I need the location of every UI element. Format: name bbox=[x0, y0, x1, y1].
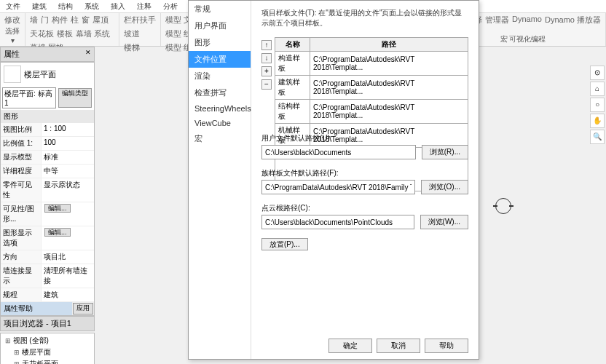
browser-header: 项目浏览器 - 项目1 bbox=[0, 316, 95, 331]
ribbon-item[interactable]: 构件 bbox=[52, 15, 68, 25]
property-key: 可见性/图形... bbox=[1, 202, 41, 226]
close-icon[interactable]: ✕ bbox=[85, 49, 91, 60]
ribbon-item[interactable]: 幕墙 系统 bbox=[76, 28, 110, 39]
property-row[interactable]: 详细程度中等 bbox=[1, 165, 94, 178]
path-label: 用户文件默认路径(U): bbox=[261, 133, 468, 143]
property-value[interactable]: 编辑... bbox=[41, 202, 94, 226]
property-value[interactable]: 显示原状态 bbox=[41, 178, 94, 202]
edit-type-button[interactable]: 编辑类型 bbox=[58, 88, 92, 108]
orbit-marker bbox=[495, 198, 511, 214]
type-label: 楼层平面 bbox=[24, 69, 56, 80]
table-order-button[interactable]: + bbox=[261, 66, 272, 76]
table-row[interactable]: 建筑样板C:\ProgramData\Autodesk\RVT 2018\Tem… bbox=[275, 76, 468, 100]
dialog-side-item[interactable]: ViewCube bbox=[189, 116, 251, 130]
ribbon-item[interactable]: 管理器 bbox=[485, 15, 509, 25]
property-row[interactable]: 显示模型标准 bbox=[1, 151, 94, 165]
property-row[interactable]: 图形显示选项编辑... bbox=[1, 226, 94, 250]
ribbon-item[interactable]: Dynamo bbox=[512, 15, 542, 25]
options-dialog: 常规用户界面图形文件位置渲染检查拼写SteeringWheelsViewCube… bbox=[188, 0, 479, 360]
dialog-side-item[interactable]: 检查拼写 bbox=[189, 84, 251, 101]
dialog-side-item[interactable]: 图形 bbox=[189, 34, 251, 51]
property-value[interactable]: 编辑... bbox=[41, 226, 94, 250]
property-key: 规程 bbox=[1, 288, 41, 301]
ribbon-item[interactable]: 坡道 bbox=[124, 28, 140, 39]
dialog-side-item[interactable]: 宏 bbox=[189, 130, 251, 147]
dialog-side-item[interactable]: 渲染 bbox=[189, 68, 251, 84]
property-value[interactable]: 100 bbox=[41, 137, 94, 150]
path-input[interactable] bbox=[261, 180, 415, 194]
tree-item[interactable]: 楼层平面 bbox=[2, 347, 93, 358]
browse-button[interactable]: 浏览(W)... bbox=[420, 215, 468, 229]
dialog-side-item[interactable]: 文件位置 bbox=[189, 51, 251, 68]
ribbon-item[interactable]: 楼板 bbox=[57, 28, 73, 39]
properties-title: 属性 bbox=[4, 49, 20, 60]
ribbon-item[interactable]: 天花板 bbox=[30, 28, 54, 39]
dialog-description: 项目样板文件(T): 在"最近使用的文件"页面上会以链接的形式显示前五个项目样板… bbox=[261, 8, 468, 28]
dialog-footer-button[interactable]: 确定 bbox=[328, 339, 372, 353]
dialog-footer-button[interactable]: 帮助 bbox=[425, 339, 468, 353]
view-controls: ⊙ ⌂ ○ ✋ 🔍 bbox=[590, 66, 605, 144]
place-button[interactable]: 放置(P)... bbox=[261, 238, 308, 250]
properties-header: 属性 ✕ bbox=[0, 47, 95, 62]
ribbon-item[interactable]: Dynamo 播放器 bbox=[545, 15, 601, 25]
dialog-footer-button[interactable]: 取消 bbox=[377, 339, 420, 353]
browse-button[interactable]: 浏览(O)... bbox=[421, 180, 468, 194]
ribbon-item[interactable]: 屋顶 bbox=[93, 15, 109, 25]
ribbon-tab[interactable]: 系统 bbox=[79, 0, 105, 12]
table-row[interactable]: 构造样板C:\ProgramData\Autodesk\RVT 2018\Tem… bbox=[275, 52, 468, 76]
property-key: 视图比例 bbox=[1, 123, 41, 136]
ribbon-item[interactable]: 楼梯 bbox=[124, 42, 140, 53]
ribbon-item[interactable]: 窗 bbox=[82, 15, 90, 25]
ribbon-item[interactable]: 栏杆扶手 bbox=[124, 15, 156, 25]
ribbon-tab[interactable]: 建筑 bbox=[26, 0, 52, 12]
browse-button[interactable]: 浏览(R)... bbox=[422, 145, 468, 159]
table-order-button[interactable]: − bbox=[261, 79, 272, 90]
dialog-side-item[interactable]: 用户界面 bbox=[189, 17, 251, 34]
ribbon-tab[interactable]: 分析 bbox=[157, 0, 184, 12]
tree-item[interactable]: 视图 (全部) bbox=[2, 335, 93, 347]
nav-icon[interactable]: ⌂ bbox=[590, 82, 605, 96]
properties-help[interactable]: 属性帮助 bbox=[1, 302, 72, 315]
property-value[interactable]: 1 : 100 bbox=[41, 123, 94, 136]
type-selector[interactable]: 楼层平面: 标高 1 bbox=[2, 87, 56, 108]
tree-item[interactable]: 天花板平面 bbox=[2, 358, 93, 364]
nav-icon[interactable]: ✋ bbox=[590, 114, 605, 128]
property-value[interactable]: 标准 bbox=[41, 151, 94, 164]
nav-icon[interactable]: ○ bbox=[590, 98, 605, 112]
property-row[interactable]: 规程建筑 bbox=[1, 288, 94, 302]
path-label: 族样板文件默认路径(F): bbox=[261, 168, 468, 178]
ribbon-tab[interactable]: 结构 bbox=[52, 0, 79, 12]
ribbon-item[interactable]: 门 bbox=[41, 15, 49, 25]
property-row[interactable]: 视图比例1 : 100 bbox=[1, 123, 94, 137]
property-value[interactable]: 清理所有墙连接 bbox=[41, 264, 94, 288]
table-row[interactable]: 结构样板C:\ProgramData\Autodesk\RVT 2018\Tem… bbox=[275, 100, 468, 124]
property-row[interactable]: 墙连接显示清理所有墙连接 bbox=[1, 264, 94, 288]
apply-button[interactable]: 应用 bbox=[73, 303, 93, 314]
table-order-button[interactable]: ↓ bbox=[261, 53, 272, 63]
dialog-side-item[interactable]: SteeringWheels bbox=[189, 101, 251, 116]
property-key: 零件可见性 bbox=[1, 178, 41, 202]
property-key: 详细程度 bbox=[1, 165, 41, 178]
ribbon-tab[interactable]: 注释 bbox=[131, 0, 157, 12]
property-value[interactable]: 项目北 bbox=[41, 250, 94, 264]
ribbon-tab[interactable]: 文件 bbox=[0, 0, 26, 12]
edit-button[interactable]: 编辑... bbox=[44, 228, 71, 237]
ribbon-item[interactable]: 修改 bbox=[4, 15, 20, 25]
ribbon-item[interactable]: 墙 bbox=[30, 15, 38, 25]
path-input[interactable] bbox=[261, 215, 414, 229]
ribbon-item[interactable]: 柱 bbox=[71, 15, 79, 25]
property-row[interactable]: 零件可见性显示原状态 bbox=[1, 178, 94, 202]
ribbon-tab[interactable]: 插入 bbox=[105, 0, 131, 12]
dialog-side-item[interactable]: 常规 bbox=[189, 1, 251, 17]
property-row[interactable]: 可见性/图形...编辑... bbox=[1, 202, 94, 226]
property-key: 方向 bbox=[1, 250, 41, 264]
property-row[interactable]: 方向项目北 bbox=[1, 250, 94, 264]
nav-icon[interactable]: 🔍 bbox=[590, 130, 605, 144]
property-value[interactable]: 建筑 bbox=[41, 288, 94, 301]
property-row[interactable]: 比例值 1:100 bbox=[1, 137, 94, 151]
nav-icon[interactable]: ⊙ bbox=[590, 66, 605, 80]
path-input[interactable] bbox=[261, 145, 416, 159]
property-value[interactable]: 中等 bbox=[41, 165, 94, 178]
table-order-button[interactable]: ↑ bbox=[261, 40, 272, 50]
edit-button[interactable]: 编辑... bbox=[44, 204, 71, 213]
